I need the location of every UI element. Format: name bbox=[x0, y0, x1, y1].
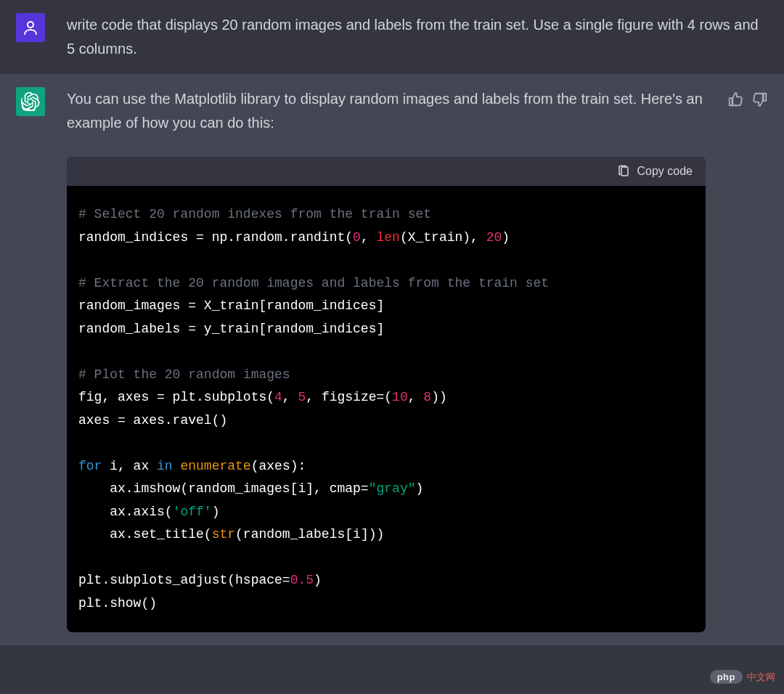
feedback-buttons bbox=[727, 87, 768, 107]
thumbs-down-icon[interactable] bbox=[752, 91, 768, 107]
svg-rect-1 bbox=[621, 167, 628, 176]
assistant-message: You can use the Matplotlib library to di… bbox=[0, 74, 784, 645]
watermark-badge: php bbox=[710, 670, 743, 684]
code-content: # Select 20 random indexes from the trai… bbox=[67, 186, 706, 632]
assistant-content: You can use the Matplotlib library to di… bbox=[67, 87, 706, 632]
user-icon bbox=[22, 19, 39, 36]
clipboard-icon bbox=[617, 165, 630, 178]
watermark: php 中文网 bbox=[710, 670, 775, 684]
assistant-intro: You can use the Matplotlib library to di… bbox=[67, 87, 706, 135]
user-prompt: write code that displays 20 random image… bbox=[67, 13, 768, 61]
user-avatar bbox=[16, 13, 45, 42]
openai-icon bbox=[21, 92, 40, 111]
user-message: write code that displays 20 random image… bbox=[0, 0, 784, 74]
assistant-avatar bbox=[16, 87, 45, 116]
svg-point-0 bbox=[28, 22, 33, 28]
thumbs-up-icon[interactable] bbox=[727, 91, 743, 107]
watermark-text: 中文网 bbox=[747, 671, 775, 684]
copy-code-button[interactable]: Copy code bbox=[67, 157, 706, 186]
code-block: Copy code # Select 20 random indexes fro… bbox=[67, 157, 706, 632]
copy-code-label: Copy code bbox=[637, 162, 693, 181]
